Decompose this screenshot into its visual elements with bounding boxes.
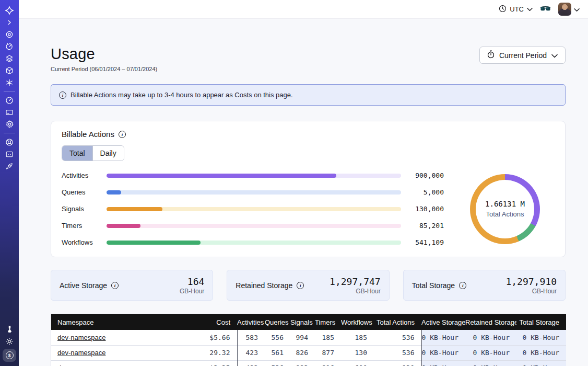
cell-total-storage: 0 KB-Hour	[516, 360, 566, 366]
bar-track	[107, 224, 401, 228]
cell-activities: 492	[237, 360, 265, 366]
lifebuoy-support-icon[interactable]	[3, 136, 16, 147]
main-content: Usage Current Period (06/01/2024 – 07/01…	[19, 19, 588, 366]
cell-workflows: 130	[341, 345, 374, 360]
total-daily-tabs: Total Daily	[62, 145, 124, 161]
tab-total[interactable]: Total	[62, 146, 92, 161]
bar-fill	[107, 174, 336, 178]
cube-icon[interactable]	[3, 65, 16, 76]
cell-signals: 994	[290, 330, 315, 345]
bar-label: Timers	[62, 222, 101, 230]
cell-active-storage: 0 KB-Hour	[421, 360, 465, 366]
bar-fill	[107, 190, 121, 195]
storage-card-label: Total Storage	[412, 281, 455, 290]
clock-icon	[499, 5, 507, 14]
chevron-down-icon	[527, 5, 533, 13]
bar-row: Workflows 541,109	[62, 238, 444, 246]
cell-workflows: 185	[341, 330, 374, 345]
storage-card: Total Storage i 1,297,910 GB-Hour	[403, 270, 566, 301]
col-total-storage: Total Storage	[516, 314, 566, 330]
bar-track	[107, 241, 401, 245]
cell-cost: $5.66	[186, 330, 237, 345]
sidebar: $	[0, 0, 19, 366]
rocket-icon[interactable]	[3, 161, 16, 171]
expand-chevron-icon[interactable]	[3, 17, 16, 28]
cell-activities: 423	[237, 345, 265, 360]
namespace-link[interactable]: dev-namespace	[57, 349, 106, 357]
table-header-row: Namespace Cost Activities Queries Signal…	[51, 314, 566, 330]
bar-row: Queries 5,000	[62, 188, 444, 196]
table-body: dev-namespace $5.66 583 556 994 185 185 …	[51, 330, 566, 366]
bar-value: 85,201	[406, 222, 444, 230]
cell-retained-storage: 0 KB-Hour	[465, 360, 516, 366]
info-icon[interactable]: i	[297, 282, 304, 289]
cell-timers: 816	[315, 360, 341, 366]
col-workflows: Workflows	[341, 314, 374, 330]
sun-theme-icon[interactable]	[3, 336, 16, 347]
banner-text: Billable Actions may take up to 3-4 hour…	[70, 91, 293, 99]
namespace-link[interactable]: dev-namespace	[57, 364, 106, 366]
storage-card-value: 1,297,910	[505, 276, 557, 287]
storage-card: Retained Storage i 1,297,747 GB-Hour	[227, 270, 389, 301]
bar-fill	[107, 207, 162, 211]
cell-total-storage: 0 KB-Hour	[516, 330, 566, 345]
terminal-screen-icon[interactable]	[3, 148, 16, 159]
chevron-down-icon	[574, 5, 580, 14]
cell-queries: 536	[265, 360, 290, 366]
info-icon[interactable]: i	[59, 92, 66, 99]
current-period-dropdown[interactable]: Current Period	[479, 47, 566, 64]
gear-settings-icon[interactable]	[3, 119, 16, 130]
storage-card-unit: GB-Hour	[180, 288, 204, 295]
stopwatch-icon	[487, 50, 495, 60]
total-actions-value: 1.66131 M	[485, 200, 525, 208]
layers-icon[interactable]	[3, 53, 16, 64]
col-signals: Signals	[290, 314, 315, 330]
bar-track	[107, 174, 401, 178]
namespace-link[interactable]: dev-namespace	[57, 334, 106, 341]
info-icon[interactable]: i	[459, 282, 466, 289]
bar-row: Timers 85,201	[62, 222, 444, 230]
bar-label: Signals	[62, 205, 101, 213]
storage-card-value: 1,297,747	[330, 276, 381, 287]
cell-queries: 556	[265, 330, 290, 345]
glasses-icon[interactable]	[540, 5, 551, 13]
tab-daily[interactable]: Daily	[92, 146, 124, 161]
cell-timers: 877	[315, 345, 341, 360]
cell-total-storage: 0 KB-Hour	[516, 345, 566, 360]
info-icon[interactable]: i	[119, 131, 126, 138]
dollar-coin-icon[interactable]: $	[3, 349, 16, 362]
bar-label: Workflows	[62, 238, 101, 246]
bar-label: Queries	[62, 188, 101, 196]
temporal-logo-icon[interactable]	[3, 5, 16, 16]
col-retained-storage: Retained Storage	[465, 314, 516, 330]
gauge-usage-icon[interactable]	[3, 95, 16, 106]
namespaces-eye-icon[interactable]	[3, 29, 16, 40]
history-dial-icon[interactable]	[3, 41, 16, 52]
donut-chart: 1.66131 M Total Actions	[455, 174, 555, 244]
timezone-picker[interactable]: UTC	[499, 5, 533, 14]
flask-labs-icon[interactable]	[3, 324, 16, 335]
cell-signals: 826	[290, 345, 315, 360]
cell-active-storage: 0 KB-Hour	[421, 330, 465, 345]
cell-active-storage: 0 KB-Hour	[421, 345, 465, 360]
asterisk-icon[interactable]	[3, 77, 16, 88]
info-banner: i Billable Actions may take up to 3-4 ho…	[51, 84, 566, 106]
info-icon[interactable]: i	[111, 282, 119, 289]
bar-chart: Activities 900,000 Queries 5,000 Signals…	[62, 171, 455, 246]
bar-fill	[107, 241, 201, 245]
table-row: dev-namespace $5.66 583 556 994 185 185 …	[51, 330, 566, 345]
bar-value: 900,000	[406, 171, 444, 179]
bar-value: 541,109	[406, 238, 444, 246]
account-menu[interactable]	[558, 3, 580, 16]
storage-card-label: Active Storage	[60, 281, 107, 290]
cell-total-actions: 536	[374, 345, 421, 360]
col-namespace: Namespace	[51, 314, 186, 330]
storage-card: Active Storage i 164 GB-Hour	[51, 270, 213, 301]
col-total-actions: Total Actions	[374, 314, 421, 330]
credit-card-icon[interactable]	[3, 107, 16, 118]
cell-timers: 185	[315, 330, 341, 345]
cell-retained-storage: 0 KB-Hour	[465, 330, 516, 345]
storage-card-value: 164	[180, 276, 204, 287]
table-row: dev-namespace $3.35 492 536 883 816 600 …	[51, 360, 566, 366]
chevron-down-icon	[551, 51, 558, 60]
